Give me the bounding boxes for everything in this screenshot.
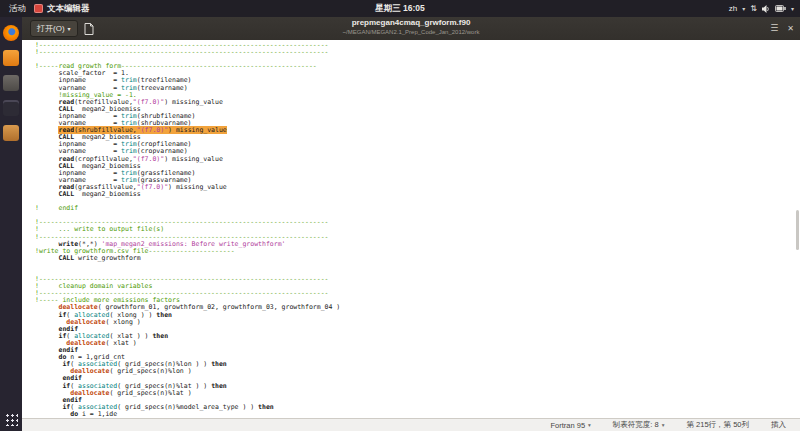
code-line: CALL write_growthform bbox=[35, 255, 796, 262]
volume-icon bbox=[762, 5, 770, 13]
scrollbar-thumb[interactable] bbox=[796, 210, 799, 250]
status-bar: Fortran 95 ▾ 制表符宽度: 8 ▾ 第 215行，第 50列 插入 bbox=[22, 418, 800, 431]
dock-items bbox=[0, 25, 22, 141]
activities-button[interactable]: 活动 bbox=[9, 3, 26, 15]
code-lines: !---------------------------------------… bbox=[35, 42, 796, 418]
code-line: !-----read growth form------------------… bbox=[35, 63, 796, 70]
code-line: deallocate( xlat ) bbox=[35, 340, 796, 347]
code-line: deallocate( grid_specs(n)%lon ) bbox=[35, 368, 796, 375]
software-icon[interactable] bbox=[3, 50, 19, 66]
code-line: deallocate( grid_specs(n)%lat ) bbox=[35, 390, 796, 397]
open-button-label: 打开(O) bbox=[37, 23, 65, 34]
system-tray[interactable]: zh ▾ ⇅ ▾ bbox=[729, 0, 794, 17]
tab-width-label: 制表符宽度: 8 bbox=[613, 420, 659, 430]
window-title: prepmegan4cmaq_grwform.f90 bbox=[343, 19, 480, 27]
hamburger-menu-button[interactable]: ☰ bbox=[770, 24, 778, 33]
language-selector[interactable]: Fortran 95 ▾ bbox=[550, 421, 590, 430]
code-line: deallocate( xlong ) bbox=[35, 319, 796, 326]
code-line: ! endif bbox=[35, 205, 796, 212]
battery-icon bbox=[775, 5, 786, 12]
window-title-block: prepmegan4cmaq_grwform.f90 ~/MEGAN/MEGAN… bbox=[343, 19, 480, 35]
cursor-position-label: 第 215行，第 50列 bbox=[686, 420, 749, 430]
code-line: if( allocated( xlat ) ) then bbox=[35, 333, 796, 340]
network-icon: ⇅ bbox=[750, 4, 757, 13]
text-editor-area[interactable]: !---------------------------------------… bbox=[22, 40, 800, 418]
headerbar: 打开(O) ▾ prepmegan4cmaq_grwform.f90 ~/MEG… bbox=[22, 17, 800, 41]
code-line bbox=[35, 262, 796, 269]
language-label: Fortran 95 bbox=[550, 421, 585, 430]
files-icon[interactable] bbox=[3, 125, 19, 141]
insert-mode-indicator[interactable]: 插入 bbox=[771, 420, 786, 430]
gedit-app-icon bbox=[34, 4, 43, 13]
code-line: read(treefillvalue,"(f7.0)") missing_val… bbox=[35, 99, 796, 106]
gedit-window: 打开(O) ▾ prepmegan4cmaq_grwform.f90 ~/MEG… bbox=[22, 17, 800, 431]
code-line: if( allocated( xlong ) ) then bbox=[35, 312, 796, 319]
code-line: if( associated( grid_specs(n)%model_area… bbox=[35, 404, 796, 411]
focused-app-indicator[interactable]: 文本编辑器 bbox=[34, 3, 90, 15]
code-line bbox=[35, 198, 796, 205]
code-line: endif bbox=[35, 347, 796, 354]
code-line: varname = trim(treevarname) bbox=[35, 85, 796, 92]
focused-app-name: 文本编辑器 bbox=[47, 3, 90, 15]
document-icon bbox=[84, 23, 94, 35]
new-document-button[interactable] bbox=[82, 22, 96, 35]
firefox-icon[interactable] bbox=[3, 25, 19, 41]
chevron-down-icon: ▾ bbox=[68, 25, 71, 32]
terminal-icon[interactable] bbox=[3, 100, 19, 116]
launcher-dock bbox=[0, 17, 22, 431]
code-line: do i = 1,ide bbox=[35, 411, 796, 418]
clock[interactable]: 星期三 16:05 bbox=[375, 0, 425, 17]
chevron-down-icon: ▾ bbox=[588, 422, 591, 428]
code-line: !write to growthform.csv file-----------… bbox=[35, 248, 796, 255]
chevron-down-icon: ▾ bbox=[742, 5, 745, 12]
tab-width-selector[interactable]: 制表符宽度: 8 ▾ bbox=[613, 420, 665, 430]
desktop: 活动 文本编辑器 星期三 16:05 zh ▾ ⇅ ▾ 打 bbox=[0, 0, 800, 431]
gimp-icon[interactable] bbox=[3, 75, 19, 91]
insert-mode-label: 插入 bbox=[771, 420, 786, 430]
code-line: !---------------------------------------… bbox=[35, 49, 796, 56]
show-applications-button[interactable] bbox=[5, 413, 18, 426]
chevron-down-icon: ▾ bbox=[662, 422, 665, 428]
code-line: read(shrubfillvalue,"(f7.0)") missing_va… bbox=[35, 127, 796, 134]
window-subtitle-path: ~/MEGAN/MEGAN2.1_Prep_Code_Jan_2012/work bbox=[343, 29, 480, 35]
cursor-position[interactable]: 第 215行，第 50列 bbox=[686, 420, 749, 430]
chevron-down-icon: ▾ bbox=[791, 5, 794, 12]
open-button[interactable]: 打开(O) ▾ bbox=[30, 20, 78, 37]
top-bar: 活动 文本编辑器 星期三 16:05 zh ▾ ⇅ ▾ bbox=[0, 0, 800, 17]
code-line: CALL megan2_bioemiss bbox=[35, 191, 796, 198]
close-window-button[interactable]: ✕ bbox=[787, 25, 794, 33]
code-line: read(grassfillvalue,"(f7.0)") missing_va… bbox=[35, 184, 796, 191]
input-method-indicator[interactable]: zh bbox=[729, 4, 737, 13]
code-line: read(cropfillvalue,"(f7.0)") missing_val… bbox=[35, 156, 796, 163]
